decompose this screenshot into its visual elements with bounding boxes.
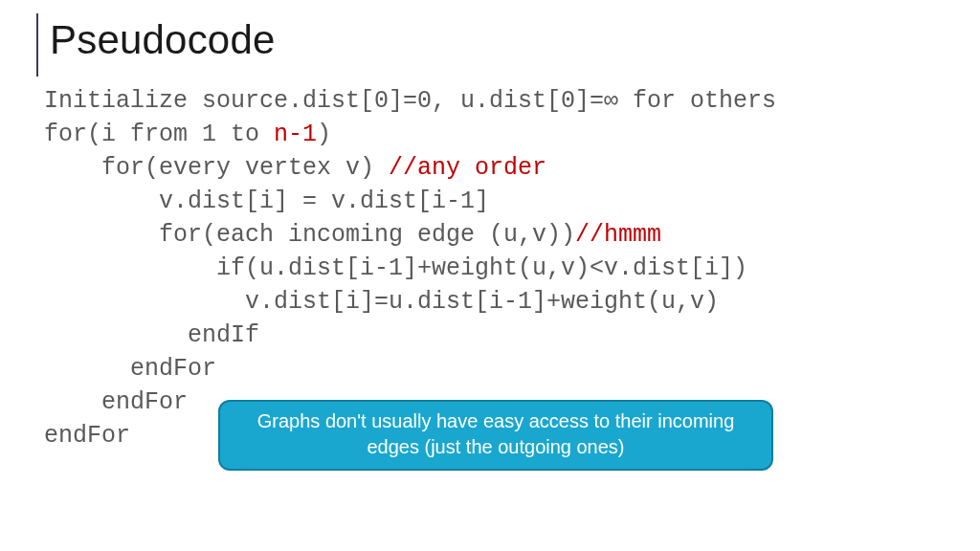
slide-title: Pseudocode bbox=[50, 17, 951, 63]
code-line: endFor bbox=[44, 388, 188, 416]
title-rule bbox=[36, 13, 38, 77]
code-comment: //hmmm bbox=[575, 221, 661, 249]
code-line: endIf bbox=[44, 321, 259, 349]
code-comment: //any order bbox=[389, 154, 546, 182]
code-line: endFor bbox=[44, 355, 216, 383]
slide: Pseudocode Initialize source.dist[0]=0, … bbox=[0, 0, 980, 551]
code-line: Initialize source.dist[0]=0, u.dist[0]=∞… bbox=[44, 87, 776, 115]
code-line: v.dist[i]=u.dist[i-1]+weight(u,v) bbox=[44, 288, 719, 316]
code-highlight: n-1 bbox=[274, 121, 317, 148]
code-line: ) bbox=[317, 121, 331, 148]
code-line: for(every vertex v) bbox=[44, 154, 389, 182]
pseudocode-block: Initialize source.dist[0]=0, u.dist[0]=∞… bbox=[44, 84, 951, 452]
code-line: endFor bbox=[44, 422, 130, 450]
code-line: for(i from 1 to bbox=[44, 121, 274, 148]
code-line: v.dist[i] = v.dist[i-1] bbox=[44, 187, 489, 215]
code-line: for(each incoming edge (u,v)) bbox=[44, 221, 575, 249]
code-line: if(u.dist[i-1]+weight(u,v)<v.dist[i]) bbox=[44, 254, 747, 282]
callout-box: Graphs don't usually have easy access to… bbox=[218, 400, 773, 471]
